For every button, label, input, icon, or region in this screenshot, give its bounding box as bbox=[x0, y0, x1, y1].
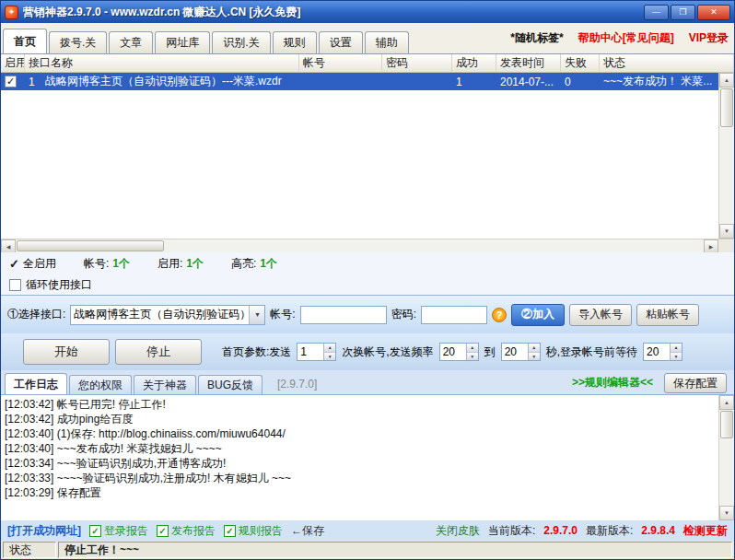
interface-table: 启用 接口名称 帐号 密码 成功 发表时间 失败 状态 ✓ 1 战略网博客主页（… bbox=[1, 54, 734, 252]
publish-report-option[interactable]: ✓ 发布报告 bbox=[157, 523, 216, 539]
table-horizontal-scrollbar[interactable]: ◀ ▶ bbox=[1, 239, 734, 252]
log-tab-bar: 工作日志 您的权限 关于神器 BUG反馈 [2.9.7.0] >>规则编辑器<<… bbox=[1, 370, 734, 394]
tab-article[interactable]: 文章 bbox=[109, 31, 153, 53]
help-center-link[interactable]: 帮助中心[常见问题] bbox=[578, 30, 674, 46]
scroll-left-icon[interactable]: ◀ bbox=[1, 239, 16, 253]
close-skin-link[interactable]: 关闭皮肤 bbox=[436, 523, 480, 539]
login-report-label: 登录报告 bbox=[104, 523, 148, 539]
column-header-time[interactable]: 发表时间 bbox=[496, 54, 561, 72]
publish-report-checkbox[interactable]: ✓ bbox=[157, 525, 169, 537]
spin-down-icon[interactable]: ▼ bbox=[671, 353, 682, 361]
table-row[interactable]: ✓ 1 战略网博客主页（自动识别验证码）---米菜.wzdr 1 2014-07… bbox=[1, 73, 718, 90]
enabled-count-label: 启用: bbox=[158, 256, 182, 272]
loop-checkbox[interactable] bbox=[9, 279, 21, 291]
column-header-enabled[interactable]: 启用 bbox=[1, 54, 25, 72]
frequency-to-stepper: ▲ ▼ bbox=[501, 343, 541, 361]
paste-accounts-button[interactable]: 粘贴帐号 bbox=[636, 304, 699, 326]
row-name: 战略网博客主页（自动识别验证码）---米菜.wzdr bbox=[45, 74, 282, 89]
select-all-label[interactable]: 全启用 bbox=[23, 256, 56, 272]
column-header-name[interactable]: 接口名称 bbox=[25, 54, 299, 72]
help-icon[interactable]: ? bbox=[492, 308, 507, 322]
scroll-up-icon[interactable]: ▲ bbox=[719, 73, 734, 88]
select-interface-label: ①选择接口: bbox=[7, 307, 65, 322]
join-button[interactable]: ②加入 bbox=[511, 304, 565, 326]
column-header-success[interactable]: 成功 bbox=[452, 54, 496, 72]
spin-down-icon[interactable]: ▼ bbox=[467, 353, 478, 361]
spin-up-icon[interactable]: ▲ bbox=[324, 344, 335, 353]
tab-settings[interactable]: 设置 bbox=[319, 31, 363, 53]
tab-about[interactable]: 关于神器 bbox=[134, 375, 196, 394]
tab-work-log[interactable]: 工作日志 bbox=[5, 373, 67, 394]
log-line: [12:03:42] 成功ping给百度 bbox=[5, 412, 715, 426]
chevron-down-icon[interactable]: ▼ bbox=[249, 306, 264, 324]
check-icon: ✓ bbox=[226, 526, 233, 536]
log-line: [12:03:33] ~~~~验证码识别成功,注册成功! 木有媳妇儿 ~~~ bbox=[5, 471, 715, 485]
vip-login-link[interactable]: VIP登录 bbox=[689, 30, 729, 46]
scrollbar-thumb[interactable] bbox=[17, 240, 164, 251]
log-line: [12:03:34] ~~~验证码识别成功,开通博客成功! bbox=[5, 456, 715, 471]
import-accounts-button[interactable]: 导入帐号 bbox=[569, 304, 632, 326]
open-success-urls-link[interactable]: [打开成功网址] bbox=[7, 523, 81, 539]
password-input[interactable] bbox=[421, 306, 487, 324]
column-header-account[interactable]: 帐号 bbox=[299, 54, 382, 72]
check-icon: ✓ bbox=[6, 76, 15, 87]
spin-up-icon[interactable]: ▲ bbox=[671, 344, 682, 353]
account-count: 帐号: 1个 bbox=[84, 256, 130, 272]
tab-rules[interactable]: 规则 bbox=[273, 31, 317, 53]
spin-up-icon[interactable]: ▲ bbox=[467, 344, 478, 353]
stop-button[interactable]: 停止 bbox=[115, 339, 202, 365]
start-button[interactable]: 开始 bbox=[23, 339, 110, 365]
spin-down-icon[interactable]: ▼ bbox=[324, 353, 335, 361]
column-header-fail[interactable]: 失败 bbox=[561, 54, 600, 72]
tab-permissions[interactable]: 您的权限 bbox=[69, 375, 132, 394]
tab-url-library[interactable]: 网址库 bbox=[155, 31, 210, 53]
send-count-input[interactable] bbox=[298, 344, 323, 360]
check-update-link[interactable]: 检测更新 bbox=[683, 523, 728, 539]
scroll-down-icon[interactable]: ▼ bbox=[719, 224, 734, 239]
column-header-password[interactable]: 密码 bbox=[382, 54, 452, 72]
scrollbar-thumb[interactable] bbox=[720, 88, 733, 127]
tab-dial[interactable]: 拨号.关 bbox=[49, 31, 107, 53]
rule-editor-link[interactable]: >>规则编辑器<< bbox=[572, 375, 653, 394]
app-icon-glyph: ✦ bbox=[8, 7, 16, 17]
row-checkbox[interactable]: ✓ bbox=[5, 76, 17, 88]
save-config-button[interactable]: 保存配置 bbox=[664, 373, 727, 393]
highlight-count-label: 高亮: bbox=[231, 256, 256, 272]
save-link[interactable]: ←保存 bbox=[291, 523, 324, 539]
scroll-down-icon[interactable]: ▼ bbox=[719, 506, 734, 520]
rule-report-option[interactable]: ✓ 规则报告 bbox=[224, 523, 283, 539]
frequency-stepper: ▲ ▼ bbox=[439, 343, 479, 361]
app-window: ✦ 营销神器2.9.7.0 - www.wzdr.cn 微赚达人.CN [永久免… bbox=[0, 0, 735, 560]
controls-row: 开始 停止 首页参数:发送 ▲ ▼ 次换帐号,发送频率 ▲ ▼ 到 ▲ ▼ 秒 bbox=[1, 333, 734, 370]
scroll-up-icon[interactable]: ▲ bbox=[719, 395, 734, 410]
select-all-icon[interactable]: ✓ bbox=[9, 257, 19, 271]
random-tag-label[interactable]: *随机标签* bbox=[510, 30, 563, 46]
rule-report-checkbox[interactable]: ✓ bbox=[224, 525, 236, 537]
window-title: 营销神器2.9.7.0 - www.wzdr.cn 微赚达人.CN [永久免费] bbox=[23, 5, 639, 20]
wait-label: 秒,登录帐号前等待 bbox=[546, 344, 637, 360]
maximize-button[interactable]: ❐ bbox=[671, 5, 695, 20]
log-vertical-scrollbar[interactable]: ▲ ▼ bbox=[718, 395, 734, 520]
interface-dropdown[interactable]: 战略网博客主页（自动识别验证码）---米茅 ▼ bbox=[70, 305, 265, 325]
close-button[interactable]: ✕ bbox=[697, 5, 730, 20]
login-report-checkbox[interactable]: ✓ bbox=[89, 525, 101, 537]
title-bar: ✦ 营销神器2.9.7.0 - www.wzdr.cn 微赚达人.CN [永久免… bbox=[1, 1, 734, 23]
scroll-right-icon[interactable]: ▶ bbox=[704, 239, 718, 253]
minimize-button[interactable]: — bbox=[644, 5, 669, 20]
row-time-cell: 2014-07-... bbox=[496, 73, 561, 90]
account-input[interactable] bbox=[300, 306, 387, 324]
spin-up-icon[interactable]: ▲ bbox=[529, 344, 540, 353]
tab-recognition[interactable]: 识别.关 bbox=[212, 31, 270, 53]
scrollbar-thumb[interactable] bbox=[720, 411, 733, 438]
frequency-to-input[interactable] bbox=[502, 344, 528, 360]
tab-assist[interactable]: 辅助 bbox=[365, 31, 409, 53]
current-version-value: 2.9.7.0 bbox=[543, 524, 578, 537]
tab-bug-feedback[interactable]: BUG反馈 bbox=[198, 375, 262, 394]
frequency-input[interactable] bbox=[440, 344, 466, 360]
login-report-option[interactable]: ✓ 登录报告 bbox=[89, 523, 148, 539]
tab-home[interactable]: 首页 bbox=[3, 29, 47, 53]
wait-input[interactable] bbox=[644, 344, 670, 360]
table-vertical-scrollbar[interactable]: ▲ ▼ bbox=[718, 73, 734, 239]
spin-down-icon[interactable]: ▼ bbox=[529, 353, 540, 361]
column-header-status[interactable]: 状态 bbox=[600, 54, 734, 72]
